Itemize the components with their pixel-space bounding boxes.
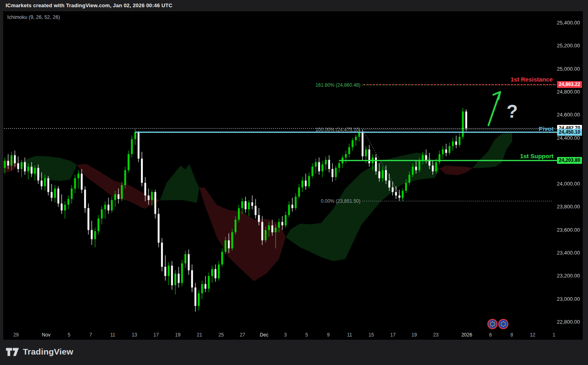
eu-flag-event-icon[interactable]	[488, 320, 497, 329]
time-tick-label: Dec	[260, 332, 268, 338]
price-tick-label: 23,600.00	[552, 227, 580, 233]
cyan-ray-price-badge: 24,450.10	[557, 129, 582, 136]
time-tick-label: 25	[218, 332, 224, 338]
fib-161-label: 161.80% (24,860.48)	[0, 82, 360, 88]
fib-0-label: 0.00% (23,851.50)	[0, 198, 360, 204]
time-tick-label: 12	[530, 332, 535, 338]
price-tick-label: 23,800.00	[552, 204, 580, 210]
time-tick-label: 19	[411, 332, 417, 338]
support-line-label: 1st Support	[520, 153, 553, 159]
time-tick-label: 21	[197, 332, 202, 338]
time-tick-label: 13	[132, 332, 137, 338]
time-tick-label: 11	[347, 332, 352, 338]
time-tick-label: 19	[175, 332, 180, 338]
price-tick-label: 25,400.00	[552, 20, 580, 26]
projection-arrow	[488, 92, 500, 125]
time-tick-label: 2026	[462, 332, 472, 338]
tradingview-logo-text: TradingView	[23, 347, 73, 357]
economic-event-icons[interactable]	[488, 320, 508, 329]
indicator-label: Ichimoku (9, 26, 52, 26)	[7, 14, 60, 20]
time-tick-label: 7	[90, 332, 92, 338]
price-tick-label: 24,600.00	[552, 112, 580, 118]
price-tick-label: 22,800.00	[552, 319, 580, 325]
time-tick-label: 27	[240, 332, 245, 338]
time-tick-label: 5	[68, 332, 71, 338]
tradingview-logo[interactable]: TradingView	[6, 346, 73, 357]
price-plot-svg	[0, 0, 588, 365]
ichimoku-cloud	[3, 133, 512, 281]
candlestick-series	[4, 108, 467, 312]
price-tick-label: 23,000.00	[552, 296, 580, 302]
support-price-badge: 24,203.80	[557, 157, 582, 164]
time-tick-label: 17	[390, 332, 395, 338]
time-tick-label: 15	[368, 332, 374, 338]
time-tick-label: 11	[110, 332, 115, 338]
price-tick-label: 25,000.00	[552, 66, 580, 72]
time-tick-label: 17	[153, 332, 159, 338]
time-tick-label: 23	[433, 332, 438, 338]
time-tick-label: Nov	[42, 332, 50, 338]
price-tick-label: 23,400.00	[552, 250, 580, 256]
resistance-line-label: 1st Resistance	[511, 76, 553, 83]
price-tick-label: 24,000.00	[552, 181, 580, 187]
price-tick-label: 24,400.00	[552, 135, 580, 141]
time-tick-label: 9	[327, 332, 330, 338]
time-tick-label: 1	[553, 332, 555, 338]
price-tick-label: 23,200.00	[552, 273, 580, 279]
pivot-line-label: Pivot	[539, 125, 553, 132]
horizontal-levels	[4, 85, 558, 201]
time-tick-label: 8	[511, 332, 513, 338]
price-tick-label: 25,200.00	[552, 43, 580, 49]
tradingview-logo-icon	[6, 346, 19, 357]
time-tick-label: 6	[489, 332, 492, 338]
resistance-price-badge: 24,863.22	[557, 81, 582, 88]
time-tick-label: 3	[284, 332, 287, 338]
time-tick-label: 5	[305, 332, 308, 338]
eu-flag-event-icon[interactable]	[499, 320, 508, 329]
question-mark-annotation: ?	[507, 100, 518, 122]
time-tick-label: 29	[13, 332, 18, 338]
tradingview-chart-window: ICmarkets created with TradingView.com, …	[0, 0, 588, 365]
fib-100-label: 100.00% (24,475.10)	[0, 127, 360, 133]
price-tick-label: 24,800.00	[552, 89, 580, 95]
